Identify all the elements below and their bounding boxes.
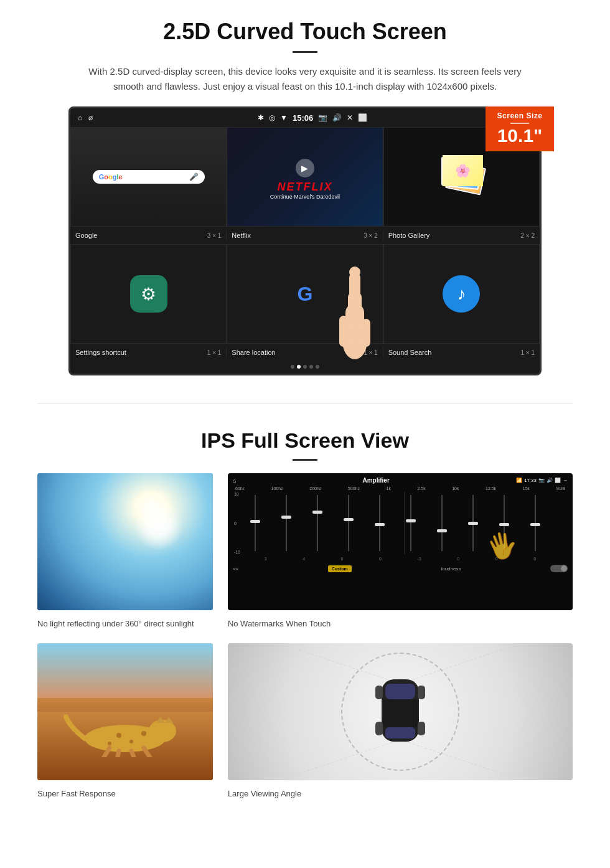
settings-gear-icon: ⚙	[141, 284, 156, 304]
svg-point-33	[129, 740, 133, 743]
amp-content: ⌂ Amplifier 📶17:33📷🔊⬜→ 60hz100hz200hz500…	[228, 473, 573, 610]
feature-img-amplifier: ⌂ Amplifier 📶17:33📷🔊⬜→ 60hz100hz200hz500…	[228, 473, 573, 610]
netflix-app-cell[interactable]: ▶ NETFLIX Continue Marvel's Daredevil	[227, 127, 383, 227]
sound-label: Sound Search 1 × 1	[383, 347, 540, 357]
section-curved-screen: 2.5D Curved Touch Screen With 2.5D curve…	[0, 0, 610, 390]
window-icon: ⬜	[358, 113, 367, 122]
signal-icon: ▼	[280, 113, 288, 122]
loudness-toggle[interactable]	[550, 565, 568, 572]
section2-title: IPS Full Screen View	[37, 428, 573, 453]
divider2	[293, 459, 317, 461]
settings-label: Settings shortcut 1 × 1	[70, 347, 227, 357]
svg-rect-47	[418, 722, 425, 735]
svg-rect-18	[250, 520, 260, 523]
badge-size-value: 10.1"	[489, 126, 550, 145]
section-separator	[37, 403, 573, 403]
usb-icon: ⌀	[88, 113, 93, 122]
svg-rect-42	[383, 699, 418, 727]
screen-size-badge: Screen Size 10.1"	[486, 106, 554, 151]
car-top-view-image	[228, 643, 573, 780]
svg-marker-30	[156, 717, 165, 723]
feature-card-watermarks: ⌂ Amplifier 📶17:33📷🔊⬜→ 60hz100hz200hz500…	[228, 473, 573, 628]
app-grid-top: Google 🎤 ▶ NETFLIX Continue Marvel's Dar…	[70, 127, 540, 227]
amp-header: ⌂ Amplifier 📶17:33📷🔊⬜→	[233, 477, 568, 484]
photo-flower: 🌸	[443, 155, 483, 186]
amp-title: Amplifier	[362, 477, 389, 484]
home-icon[interactable]: ⌂	[78, 113, 82, 122]
sound-cell[interactable]: ♪	[383, 244, 540, 344]
svg-rect-23	[406, 519, 416, 522]
google-search-bar[interactable]: Google 🎤	[93, 170, 205, 184]
status-center: ✱ ◎ ▼ 15:06 📷 🔊 ✕ ⬜	[93, 113, 532, 123]
netflix-content: ▶ NETFLIX Continue Marvel's Daredevil	[270, 154, 340, 200]
photo-stack: 🌸	[436, 152, 486, 202]
svg-point-35	[108, 742, 111, 745]
cheetah-image	[37, 643, 213, 780]
settings-icon-wrapper: ⚙	[130, 275, 167, 313]
svg-rect-5	[349, 272, 360, 303]
netflix-play-btn[interactable]: ▶	[296, 159, 314, 177]
feature-img-sunlight	[37, 473, 213, 610]
dot-4	[309, 365, 313, 369]
google-logo: Google	[99, 173, 123, 181]
feature-label-angle: Large Viewing Angle	[228, 789, 573, 798]
dot-1	[291, 365, 294, 369]
cell-label-row-top: Google 3 × 1 Netflix 3 × 2 Photo Gallery…	[70, 227, 540, 244]
badge-divider	[510, 123, 529, 124]
feature-card-angle: Large Viewing Angle	[228, 643, 573, 798]
mic-icon[interactable]: 🎤	[189, 172, 199, 181]
features-grid: No light reflecting under 360° direct su…	[37, 473, 573, 798]
camera-icon: 📷	[318, 113, 327, 122]
section1-description: With 2.5D curved-display screen, this de…	[87, 64, 523, 94]
svg-rect-1	[345, 303, 364, 344]
svg-rect-21	[344, 518, 354, 521]
feature-label-watermarks: No Watermarks When Touch	[228, 619, 573, 628]
netflix-logo: NETFLIX	[270, 181, 340, 192]
dot-5	[316, 365, 319, 369]
dot-3	[303, 365, 307, 369]
svg-rect-24	[437, 529, 447, 532]
svg-line-37	[116, 751, 119, 757]
feature-label-sunlight: No light reflecting under 360° direct su…	[37, 619, 213, 628]
volume-icon: 🔊	[332, 113, 342, 122]
feature-label-response: Super Fast Response	[37, 789, 213, 798]
share-label: Share location 1 × 1	[227, 347, 383, 357]
svg-point-34	[141, 731, 146, 736]
svg-rect-22	[375, 523, 385, 526]
svg-rect-4	[348, 291, 362, 325]
svg-rect-25	[468, 522, 478, 525]
section-ips-screen: IPS Full Screen View No light reflecting…	[0, 416, 610, 817]
badge-label: Screen Size	[489, 111, 550, 120]
feature-card-sunlight: No light reflecting under 360° direct su…	[37, 473, 213, 628]
share-cell[interactable]: G	[227, 244, 383, 344]
sunlight-image	[37, 473, 213, 610]
svg-point-6	[349, 267, 360, 278]
feature-img-cheetah	[37, 643, 213, 780]
custom-preset-btn[interactable]: Custom	[328, 565, 352, 572]
status-left: ⌂ ⌀	[78, 113, 93, 122]
gallery-label: Photo Gallery 2 × 2	[383, 230, 540, 240]
svg-point-32	[116, 733, 121, 738]
status-bar: ⌂ ⌀ ✱ ◎ ▼ 15:06 📷 🔊 ✕ ⬜	[70, 108, 540, 127]
netflix-label: Netflix 3 × 2	[227, 230, 383, 240]
svg-rect-45	[375, 722, 383, 735]
section1-title: 2.5D Curved Touch Screen	[37, 19, 573, 45]
status-time: 15:06	[293, 113, 313, 123]
sound-icon-wrapper: ♪	[443, 275, 480, 313]
svg-point-29	[149, 720, 176, 742]
google-maps-g-icon: G	[298, 283, 313, 305]
dot-2	[297, 365, 301, 369]
amplifier-image: ⌂ Amplifier 📶17:33📷🔊⬜→ 60hz100hz200hz500…	[228, 473, 573, 610]
google-label: Google 3 × 1	[70, 230, 227, 240]
svg-rect-41	[385, 684, 415, 699]
google-app-cell[interactable]: Google 🎤	[70, 127, 227, 227]
amp-home-icon: ⌂	[233, 478, 236, 484]
bluetooth-icon: ✱	[258, 113, 264, 122]
netflix-subtitle: Continue Marvel's Daredevil	[270, 194, 340, 200]
cell-label-row-bottom: Settings shortcut 1 × 1 Share location 1…	[70, 344, 540, 361]
svg-rect-27	[530, 523, 540, 526]
close-icon: ✕	[347, 113, 353, 122]
device-wrapper: Screen Size 10.1" ⌂ ⌀ ✱ ◎ ▼ 15:06 📷 🔊	[62, 106, 548, 375]
settings-cell[interactable]: ⚙	[70, 244, 227, 344]
svg-rect-43	[385, 727, 415, 738]
